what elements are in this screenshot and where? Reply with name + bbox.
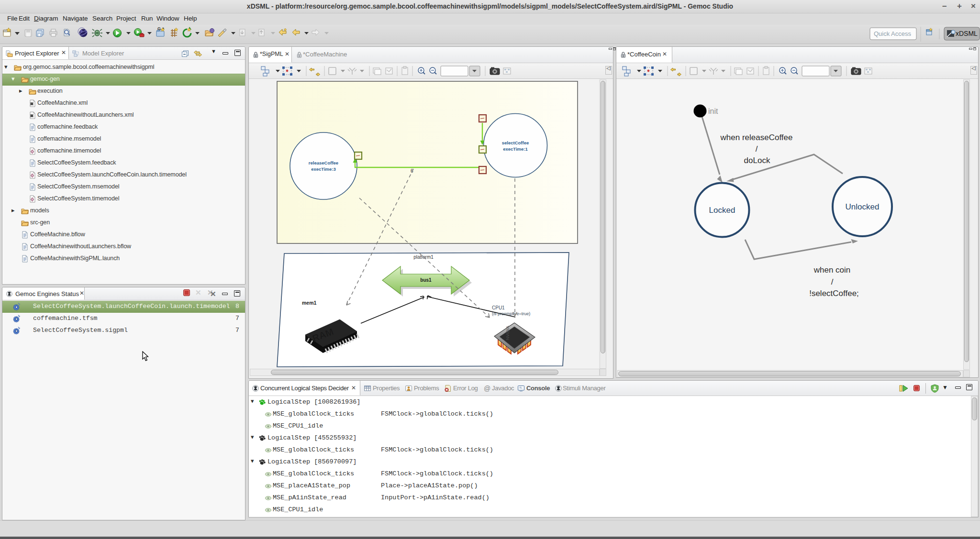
svg-text:/: / [756, 144, 758, 154]
svg-text:CPU1: CPU1 [492, 305, 505, 310]
svg-text:init: init [708, 107, 718, 115]
svg-text:when releaseCoffee: when releaseCoffee [720, 133, 793, 142]
svg-text:(is preemptive=true): (is preemptive=true) [492, 311, 530, 316]
svg-text:execTime:1: execTime:1 [503, 146, 528, 152]
svg-text:when coin: when coin [813, 265, 851, 275]
svg-text:execTime:3: execTime:3 [311, 166, 336, 172]
svg-text:selectCoffee: selectCoffee [502, 140, 529, 145]
svg-text:/: / [831, 277, 834, 286]
svg-text:Quick Access: Quick Access [874, 30, 912, 37]
svg-text:NVIDIA: NVIDIA [505, 326, 510, 340]
svg-text:!selectCoffee;: !selectCoffee; [809, 289, 859, 298]
svg-text:mem1: mem1 [302, 300, 317, 306]
svg-text:xDSML: xDSML [956, 30, 978, 37]
svg-text:doLock: doLock [744, 156, 770, 165]
svg-text:releaseCoffee: releaseCoffee [309, 160, 338, 165]
svg-text:Locked: Locked [709, 206, 735, 215]
svg-text:bus1: bus1 [420, 277, 432, 283]
svg-text:Unlocked: Unlocked [846, 202, 880, 211]
